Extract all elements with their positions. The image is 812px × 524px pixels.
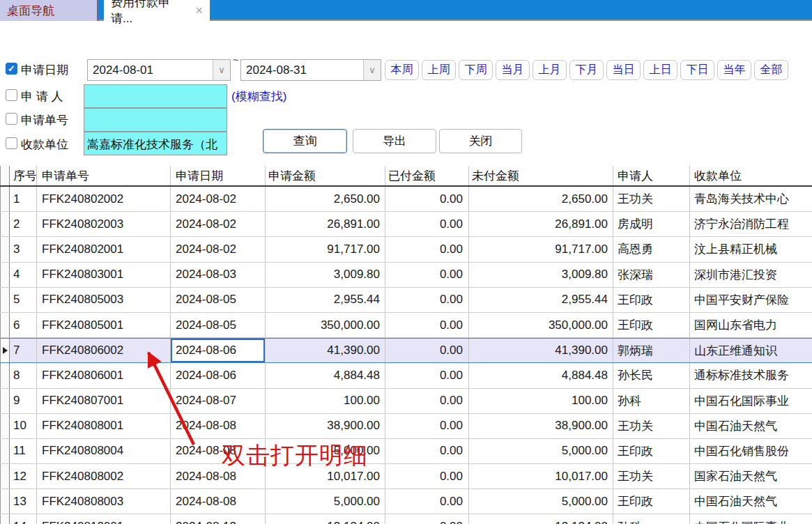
quick-range-button[interactable]: 当年 (717, 60, 751, 80)
cell-doc-no[interactable]: FFK240808001 (37, 414, 171, 438)
date-to-input[interactable]: 2024-08-31 ∨ (240, 59, 381, 81)
cell-seq[interactable]: 7 (10, 339, 37, 362)
cell-paid[interactable]: 0.00 (385, 313, 469, 337)
cell-unpaid[interactable]: 91,717.00 (469, 237, 613, 261)
cell-paid[interactable]: 0.00 (385, 414, 469, 438)
cell-payee[interactable]: 中国平安财产保险 (690, 288, 812, 312)
cell-date[interactable]: 2024-08-02 (171, 187, 266, 211)
header-doc-no[interactable]: 申请单号 (37, 166, 171, 185)
doc-no-input[interactable] (84, 108, 227, 132)
cell-amount[interactable]: 350,000.00 (266, 313, 385, 337)
payee-filter-checkbox[interactable] (6, 137, 17, 149)
cell-amount[interactable]: 4,884.48 (266, 363, 385, 387)
cell-payee[interactable]: 山东正维通知识 (690, 339, 812, 362)
cell-payee[interactable]: 中国石化国际事业 (690, 514, 812, 524)
cell-applicant[interactable]: 张深瑞 (613, 263, 690, 287)
cell-seq[interactable]: 8 (10, 363, 37, 387)
chevron-down-icon[interactable]: ∨ (363, 60, 381, 80)
cell-payee[interactable]: 中国石油天然气 (690, 414, 812, 438)
cell-doc-no[interactable]: FFK240805003 (37, 288, 171, 312)
table-row[interactable]: 5FFK2408050032024-08-052,955.440.002,955… (0, 288, 812, 313)
cell-unpaid[interactable]: 2,650.00 (469, 187, 613, 211)
header-seq[interactable]: 序号 (10, 166, 37, 185)
cell-doc-no[interactable]: FFK240802002 (37, 187, 171, 211)
quick-range-button[interactable]: 下周 (459, 60, 493, 80)
cell-applicant[interactable]: 孙长民 (613, 363, 690, 387)
cell-payee[interactable]: 通标标准技术服务 (690, 363, 812, 387)
cell-paid[interactable]: 0.00 (385, 187, 469, 211)
cell-doc-no[interactable]: FFK240807001 (37, 389, 171, 413)
cell-seq[interactable]: 13 (10, 489, 37, 514)
cell-seq[interactable]: 2 (10, 212, 37, 236)
cell-paid[interactable]: 0.00 (385, 389, 469, 413)
cell-applicant[interactable]: 王功关 (613, 414, 690, 438)
cell-seq[interactable]: 5 (10, 288, 37, 312)
table-row[interactable]: 1FFK2408020022024-08-022,650.000.002,650… (0, 187, 812, 212)
cell-unpaid[interactable]: 3,009.80 (469, 263, 613, 287)
cell-doc-no[interactable]: FFK240802001 (37, 237, 171, 261)
table-row[interactable]: 11FFK2408080042024-08-085,000.000.005,00… (0, 439, 812, 464)
table-row[interactable]: 2FFK2408020032024-08-0226,891.000.0026,8… (0, 212, 812, 237)
cell-applicant[interactable]: 王功关 (613, 187, 690, 211)
cell-amount[interactable]: 5,000.00 (266, 489, 385, 514)
chevron-down-icon[interactable]: ∨ (213, 60, 230, 80)
cell-amount[interactable]: 100.00 (266, 389, 385, 413)
cell-seq[interactable]: 6 (10, 313, 37, 337)
cell-paid[interactable]: 0.00 (385, 514, 469, 524)
cell-unpaid[interactable]: 350,000.00 (469, 313, 613, 337)
quick-range-button[interactable]: 上月 (533, 60, 567, 80)
cell-payee[interactable]: 国家石油天然气 (690, 464, 812, 488)
cell-unpaid[interactable]: 5,000.00 (469, 489, 613, 514)
date-filter-checkbox[interactable]: ✓ (6, 63, 17, 75)
quick-range-button[interactable]: 下月 (569, 60, 604, 80)
table-row[interactable]: 3FFK2408020012024-08-0291,717.000.0091,7… (0, 237, 812, 262)
cell-unpaid[interactable]: 13,134.00 (469, 514, 613, 524)
quick-range-button[interactable]: 当日 (606, 60, 641, 80)
tab-payment-request[interactable]: 费用付款申请... × (104, 0, 210, 21)
cell-applicant[interactable]: 王印政 (613, 489, 690, 514)
cell-date[interactable]: 2024-08-06 (171, 363, 266, 387)
cell-date[interactable]: 2024-08-05 (171, 313, 266, 337)
tab-desktop-nav[interactable]: 桌面导航 (0, 0, 98, 21)
cell-paid[interactable]: 0.00 (385, 464, 469, 488)
cell-doc-no[interactable]: FFK240806002 (37, 339, 171, 362)
table-row[interactable]: 14FFK2408120012024-08-1213,134.000.0013,… (0, 514, 812, 524)
cell-unpaid[interactable]: 38,900.00 (469, 414, 613, 438)
cell-date[interactable]: 2024-08-03 (171, 263, 266, 287)
cell-paid[interactable]: 0.00 (385, 263, 469, 287)
cell-paid[interactable]: 0.00 (385, 288, 469, 312)
cell-paid[interactable]: 0.00 (385, 339, 469, 362)
cell-seq[interactable]: 12 (10, 464, 37, 488)
cell-applicant[interactable]: 王印政 (613, 288, 690, 312)
cell-applicant[interactable]: 孙科 (613, 514, 690, 524)
cell-doc-no[interactable]: FFK240802003 (37, 212, 171, 236)
doc-no-filter-checkbox[interactable] (6, 113, 17, 125)
cell-doc-no[interactable]: FFK240808004 (37, 439, 171, 463)
cell-payee[interactable]: 中国石化销售股份 (690, 439, 812, 463)
cell-applicant[interactable]: 王功关 (613, 464, 690, 488)
cell-applicant[interactable]: 王印政 (613, 313, 690, 337)
quick-range-button[interactable]: 本周 (385, 60, 419, 80)
cell-seq[interactable]: 11 (10, 439, 37, 463)
cell-date[interactable]: 2024-08-12 (171, 514, 266, 524)
cell-seq[interactable]: 1 (10, 187, 37, 211)
cell-payee[interactable]: 中国石油天然气 (690, 489, 812, 514)
cell-seq[interactable]: 9 (10, 389, 37, 413)
table-row[interactable]: 6FFK2408050012024-08-05350,000.000.00350… (0, 313, 812, 338)
cell-payee[interactable]: 深圳市港汇投资 (690, 263, 812, 287)
header-paid[interactable]: 已付金额 (385, 166, 469, 185)
cell-date[interactable]: 2024-08-05 (171, 288, 266, 312)
header-unpaid[interactable]: 未付金额 (469, 166, 613, 185)
cell-amount[interactable]: 2,650.00 (266, 187, 385, 211)
cell-doc-no[interactable]: FFK240806001 (37, 363, 171, 387)
cell-unpaid[interactable]: 2,955.44 (469, 288, 613, 312)
date-from-input[interactable]: 2024-08-01 ∨ (87, 59, 231, 81)
cell-applicant[interactable]: 王印政 (613, 439, 690, 463)
payee-input[interactable]: 嵩嘉标准化技术服务（北 (84, 132, 227, 155)
cell-amount[interactable]: 3,009.80 (266, 263, 385, 287)
cell-amount[interactable]: 38,900.00 (266, 414, 385, 438)
quick-range-button[interactable]: 下日 (680, 60, 714, 80)
cell-paid[interactable]: 0.00 (385, 489, 469, 514)
header-applicant[interactable]: 申请人 (613, 166, 690, 185)
cell-payee[interactable]: 汶上县精正机械 (690, 237, 812, 261)
